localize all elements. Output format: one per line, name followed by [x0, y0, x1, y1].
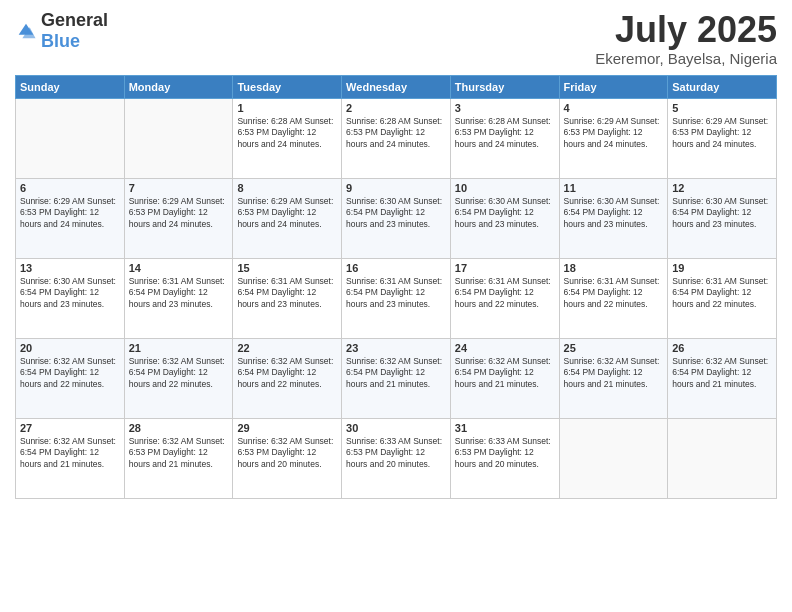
calendar-cell: 11Sunrise: 6:30 AM Sunset: 6:54 PM Dayli… — [559, 178, 668, 258]
calendar-cell: 17Sunrise: 6:31 AM Sunset: 6:54 PM Dayli… — [450, 258, 559, 338]
day-number: 20 — [20, 342, 120, 354]
day-info: Sunrise: 6:31 AM Sunset: 6:54 PM Dayligh… — [455, 276, 555, 312]
day-info: Sunrise: 6:31 AM Sunset: 6:54 PM Dayligh… — [129, 276, 229, 312]
calendar-week-5: 27Sunrise: 6:32 AM Sunset: 6:54 PM Dayli… — [16, 418, 777, 498]
col-thursday: Thursday — [450, 75, 559, 98]
day-info: Sunrise: 6:31 AM Sunset: 6:54 PM Dayligh… — [564, 276, 664, 312]
day-info: Sunrise: 6:29 AM Sunset: 6:53 PM Dayligh… — [20, 196, 120, 232]
header: General Blue July 2025 Ekeremor, Bayelsa… — [15, 10, 777, 67]
logo-text: General Blue — [41, 10, 108, 52]
day-info: Sunrise: 6:32 AM Sunset: 6:54 PM Dayligh… — [129, 356, 229, 392]
calendar-cell: 27Sunrise: 6:32 AM Sunset: 6:54 PM Dayli… — [16, 418, 125, 498]
calendar-cell: 3Sunrise: 6:28 AM Sunset: 6:53 PM Daylig… — [450, 98, 559, 178]
day-number: 28 — [129, 422, 229, 434]
col-friday: Friday — [559, 75, 668, 98]
col-monday: Monday — [124, 75, 233, 98]
day-info: Sunrise: 6:33 AM Sunset: 6:53 PM Dayligh… — [455, 436, 555, 472]
calendar-cell: 15Sunrise: 6:31 AM Sunset: 6:54 PM Dayli… — [233, 258, 342, 338]
page: General Blue July 2025 Ekeremor, Bayelsa… — [0, 0, 792, 612]
day-info: Sunrise: 6:30 AM Sunset: 6:54 PM Dayligh… — [455, 196, 555, 232]
day-info: Sunrise: 6:29 AM Sunset: 6:53 PM Dayligh… — [129, 196, 229, 232]
calendar-cell: 20Sunrise: 6:32 AM Sunset: 6:54 PM Dayli… — [16, 338, 125, 418]
calendar-week-4: 20Sunrise: 6:32 AM Sunset: 6:54 PM Dayli… — [16, 338, 777, 418]
day-info: Sunrise: 6:32 AM Sunset: 6:54 PM Dayligh… — [20, 436, 120, 472]
day-number: 9 — [346, 182, 446, 194]
day-number: 31 — [455, 422, 555, 434]
day-info: Sunrise: 6:31 AM Sunset: 6:54 PM Dayligh… — [237, 276, 337, 312]
day-number: 27 — [20, 422, 120, 434]
calendar-week-3: 13Sunrise: 6:30 AM Sunset: 6:54 PM Dayli… — [16, 258, 777, 338]
day-number: 19 — [672, 262, 772, 274]
calendar-cell: 29Sunrise: 6:32 AM Sunset: 6:53 PM Dayli… — [233, 418, 342, 498]
day-number: 25 — [564, 342, 664, 354]
day-number: 24 — [455, 342, 555, 354]
logo: General Blue — [15, 10, 108, 52]
calendar-cell: 4Sunrise: 6:29 AM Sunset: 6:53 PM Daylig… — [559, 98, 668, 178]
day-number: 18 — [564, 262, 664, 274]
day-number: 3 — [455, 102, 555, 114]
day-info: Sunrise: 6:32 AM Sunset: 6:53 PM Dayligh… — [237, 436, 337, 472]
day-number: 21 — [129, 342, 229, 354]
day-info: Sunrise: 6:32 AM Sunset: 6:53 PM Dayligh… — [129, 436, 229, 472]
col-wednesday: Wednesday — [342, 75, 451, 98]
day-number: 17 — [455, 262, 555, 274]
logo-blue: Blue — [41, 31, 80, 51]
col-tuesday: Tuesday — [233, 75, 342, 98]
day-number: 4 — [564, 102, 664, 114]
day-info: Sunrise: 6:30 AM Sunset: 6:54 PM Dayligh… — [346, 196, 446, 232]
main-title: July 2025 — [595, 10, 777, 50]
calendar-cell: 16Sunrise: 6:31 AM Sunset: 6:54 PM Dayli… — [342, 258, 451, 338]
day-info: Sunrise: 6:32 AM Sunset: 6:54 PM Dayligh… — [20, 356, 120, 392]
calendar-cell: 28Sunrise: 6:32 AM Sunset: 6:53 PM Dayli… — [124, 418, 233, 498]
calendar-cell: 19Sunrise: 6:31 AM Sunset: 6:54 PM Dayli… — [668, 258, 777, 338]
day-number: 5 — [672, 102, 772, 114]
day-number: 13 — [20, 262, 120, 274]
calendar-table: Sunday Monday Tuesday Wednesday Thursday… — [15, 75, 777, 499]
calendar-cell — [668, 418, 777, 498]
day-number: 6 — [20, 182, 120, 194]
calendar-cell: 26Sunrise: 6:32 AM Sunset: 6:54 PM Dayli… — [668, 338, 777, 418]
day-info: Sunrise: 6:32 AM Sunset: 6:54 PM Dayligh… — [455, 356, 555, 392]
day-info: Sunrise: 6:30 AM Sunset: 6:54 PM Dayligh… — [672, 196, 772, 232]
calendar-week-1: 1Sunrise: 6:28 AM Sunset: 6:53 PM Daylig… — [16, 98, 777, 178]
day-info: Sunrise: 6:28 AM Sunset: 6:53 PM Dayligh… — [455, 116, 555, 152]
day-number: 1 — [237, 102, 337, 114]
logo-general: General — [41, 10, 108, 30]
day-info: Sunrise: 6:31 AM Sunset: 6:54 PM Dayligh… — [346, 276, 446, 312]
calendar-cell — [16, 98, 125, 178]
calendar-cell: 30Sunrise: 6:33 AM Sunset: 6:53 PM Dayli… — [342, 418, 451, 498]
calendar-week-2: 6Sunrise: 6:29 AM Sunset: 6:53 PM Daylig… — [16, 178, 777, 258]
day-number: 16 — [346, 262, 446, 274]
day-number: 23 — [346, 342, 446, 354]
day-number: 11 — [564, 182, 664, 194]
day-info: Sunrise: 6:32 AM Sunset: 6:54 PM Dayligh… — [564, 356, 664, 392]
day-info: Sunrise: 6:32 AM Sunset: 6:54 PM Dayligh… — [346, 356, 446, 392]
day-number: 14 — [129, 262, 229, 274]
day-info: Sunrise: 6:29 AM Sunset: 6:53 PM Dayligh… — [564, 116, 664, 152]
day-number: 8 — [237, 182, 337, 194]
day-info: Sunrise: 6:31 AM Sunset: 6:54 PM Dayligh… — [672, 276, 772, 312]
day-number: 29 — [237, 422, 337, 434]
day-info: Sunrise: 6:33 AM Sunset: 6:53 PM Dayligh… — [346, 436, 446, 472]
day-number: 2 — [346, 102, 446, 114]
calendar-header-row: Sunday Monday Tuesday Wednesday Thursday… — [16, 75, 777, 98]
calendar-cell: 21Sunrise: 6:32 AM Sunset: 6:54 PM Dayli… — [124, 338, 233, 418]
day-number: 26 — [672, 342, 772, 354]
calendar-cell: 10Sunrise: 6:30 AM Sunset: 6:54 PM Dayli… — [450, 178, 559, 258]
calendar-cell: 12Sunrise: 6:30 AM Sunset: 6:54 PM Dayli… — [668, 178, 777, 258]
day-number: 12 — [672, 182, 772, 194]
calendar-cell: 22Sunrise: 6:32 AM Sunset: 6:54 PM Dayli… — [233, 338, 342, 418]
day-number: 30 — [346, 422, 446, 434]
subtitle: Ekeremor, Bayelsa, Nigeria — [595, 50, 777, 67]
calendar-cell: 24Sunrise: 6:32 AM Sunset: 6:54 PM Dayli… — [450, 338, 559, 418]
day-info: Sunrise: 6:32 AM Sunset: 6:54 PM Dayligh… — [672, 356, 772, 392]
day-number: 15 — [237, 262, 337, 274]
calendar-cell: 6Sunrise: 6:29 AM Sunset: 6:53 PM Daylig… — [16, 178, 125, 258]
day-number: 7 — [129, 182, 229, 194]
calendar-cell: 8Sunrise: 6:29 AM Sunset: 6:53 PM Daylig… — [233, 178, 342, 258]
title-block: July 2025 Ekeremor, Bayelsa, Nigeria — [595, 10, 777, 67]
day-number: 22 — [237, 342, 337, 354]
calendar-cell: 13Sunrise: 6:30 AM Sunset: 6:54 PM Dayli… — [16, 258, 125, 338]
calendar-cell — [559, 418, 668, 498]
day-info: Sunrise: 6:29 AM Sunset: 6:53 PM Dayligh… — [237, 196, 337, 232]
